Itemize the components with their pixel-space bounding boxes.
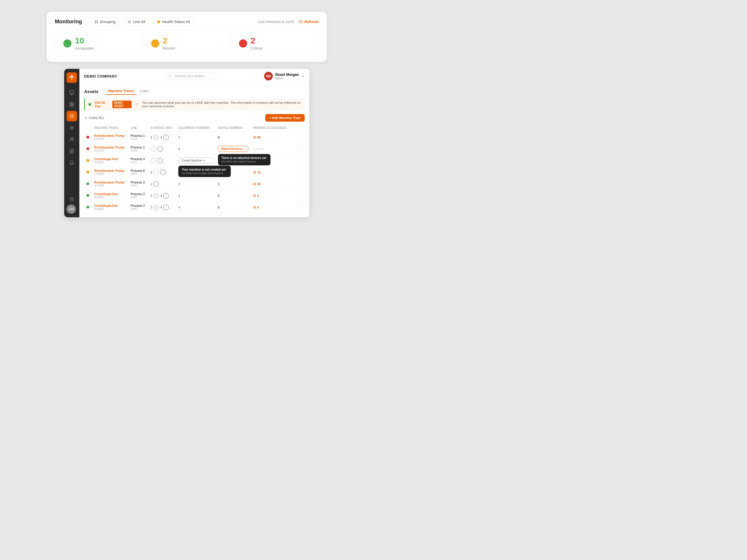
table-row: Centrifugal Fan #34683 Process 2 #345 3 bbox=[84, 202, 305, 213]
sidebar-icon-reports[interactable] bbox=[67, 146, 77, 156]
machine-id: #34683 bbox=[94, 207, 126, 211]
svg-rect-5 bbox=[128, 22, 131, 22]
refresh-button[interactable]: Refresh bbox=[299, 20, 319, 24]
machine-id: #34695 bbox=[94, 196, 126, 199]
add-machine-train-button[interactable]: + Add Machine Train bbox=[265, 114, 305, 122]
grouping-filter[interactable]: Grouping bbox=[90, 18, 120, 26]
svg-rect-9 bbox=[72, 102, 74, 104]
table-row: Rotodynamic Pump #24223 Process 1 #234 bbox=[84, 143, 305, 155]
status-indicator bbox=[86, 206, 89, 209]
status-indicator bbox=[86, 159, 89, 162]
svg-rect-4 bbox=[128, 21, 131, 21]
machine-id: #23456 bbox=[94, 161, 126, 164]
machine-name: Rotodynamic Pump bbox=[94, 169, 126, 172]
status-indicator bbox=[86, 194, 89, 197]
tab-lines[interactable]: Lines bbox=[137, 88, 151, 95]
table-wrap: ↕ MACHINE TRAIN ↕ LINE ↕ AI MODUL INFO E… bbox=[84, 125, 305, 213]
machine-name: Centrifugal Fan bbox=[94, 204, 126, 207]
machine-id: #24223 bbox=[94, 149, 126, 152]
sidebar-logo bbox=[67, 72, 77, 83]
page-content: Assets | Machine Trains Lines Kiln ID Fa… bbox=[79, 84, 309, 217]
main-content: DEMO COMPANY Search your assets... SM St… bbox=[79, 69, 309, 217]
col-line: LINE ↕ bbox=[128, 125, 148, 132]
attach-devices-button[interactable]: Attach Devices › bbox=[218, 146, 249, 152]
svg-rect-16 bbox=[70, 149, 74, 153]
acceptable-count: 10 bbox=[75, 36, 94, 46]
machine-id: #77665 bbox=[94, 184, 126, 187]
tab-machine-trains[interactable]: Machine Trains bbox=[105, 88, 136, 95]
lines-icon bbox=[84, 116, 87, 119]
topbar: DEMO COMPANY Search your assets... SM St… bbox=[79, 69, 309, 84]
lines-filter: Lines ALL bbox=[89, 116, 105, 120]
header-right: Last refreshed at 16:00 Refresh bbox=[258, 20, 319, 24]
col-machine-train: MACHINE TRAIN ↕ bbox=[92, 125, 128, 132]
more-options-button[interactable]: ⋮ bbox=[295, 181, 302, 187]
lines-row: Lines ALL + Add Machine Train bbox=[84, 114, 305, 122]
col-pending: PENDING OCCURANCE ↕ bbox=[251, 125, 292, 132]
monitoring-card: Monitoring Grouping Line All Health Stat… bbox=[47, 12, 327, 62]
company-name: DEMO COMPANY bbox=[84, 74, 117, 78]
last-refreshed: Last refreshed at 16:00 bbox=[258, 20, 294, 24]
sidebar-icon-assets[interactable] bbox=[67, 111, 77, 121]
monitoring-header: Monitoring Grouping Line All Health Stat… bbox=[55, 18, 319, 26]
critical-label: Critical bbox=[251, 46, 262, 50]
status-dot-green bbox=[63, 39, 72, 48]
more-options-button[interactable]: ⋮ bbox=[295, 134, 302, 140]
svg-point-13 bbox=[71, 127, 73, 129]
status-dot-red bbox=[239, 39, 247, 48]
col-ai-modul: AI MODUL INFO bbox=[148, 125, 176, 132]
svg-point-19 bbox=[169, 75, 171, 77]
svg-point-15 bbox=[72, 138, 74, 139]
sidebar-icon-notifications[interactable] bbox=[67, 158, 77, 168]
create-machine-button[interactable]: Create Machine ✎ bbox=[178, 158, 213, 164]
more-options-button[interactable]: ⋮ bbox=[295, 169, 302, 175]
user-role: Admin bbox=[275, 77, 299, 80]
chevron-down-icon bbox=[301, 74, 305, 78]
machine-trains-table: ↕ MACHINE TRAIN ↕ LINE ↕ AI MODUL INFO E… bbox=[84, 125, 305, 213]
more-options-button[interactable]: ⋮ bbox=[295, 146, 302, 152]
machine-name: Rotodynamic Pump bbox=[94, 134, 126, 137]
search-placeholder: Search your assets... bbox=[175, 74, 207, 78]
info-icon bbox=[135, 102, 138, 106]
machine-name: Rotodynamic Pump bbox=[94, 181, 126, 184]
more-options-button[interactable]: ⋮ bbox=[295, 193, 302, 198]
svg-point-14 bbox=[70, 138, 72, 139]
search-bar[interactable]: Search your assets... bbox=[164, 72, 217, 80]
col-device-num: DEVICE NUMBER ↕ bbox=[216, 125, 251, 132]
more-options-button[interactable]: ⋮ bbox=[295, 205, 302, 210]
sidebar-icon-grid[interactable] bbox=[67, 99, 77, 110]
health-status-filter[interactable]: Health Status All bbox=[153, 18, 194, 26]
table-row: Rotodynamic Pump #24234 Process 1 #234 3 bbox=[84, 132, 305, 143]
page-tabs: Assets | Machine Trains Lines bbox=[84, 88, 305, 95]
svg-rect-1 bbox=[97, 20, 98, 22]
monitor-count: 2 bbox=[163, 36, 175, 46]
table-row: Rotodynamic Pump #77665 Process 2 #345 1 bbox=[84, 178, 305, 190]
line-id: #234 bbox=[131, 137, 146, 140]
status-indicator bbox=[86, 182, 89, 185]
sidebar-avatar[interactable]: SM bbox=[67, 205, 76, 214]
machine-id: #24234 bbox=[94, 137, 126, 140]
demo-badge: DEMO ASSET bbox=[112, 101, 132, 108]
sidebar-icon-monitor[interactable] bbox=[67, 87, 77, 98]
sidebar-icon-settings[interactable] bbox=[67, 123, 77, 133]
more-options-button[interactable]: ⋮ bbox=[295, 158, 302, 163]
svg-rect-22 bbox=[84, 117, 87, 117]
sidebar-icon-help[interactable] bbox=[67, 194, 77, 205]
user-name: Stuart Morgan bbox=[275, 73, 299, 77]
svg-rect-0 bbox=[95, 20, 96, 22]
svg-rect-24 bbox=[84, 119, 87, 119]
machine-name: Centrifugal Fan bbox=[94, 157, 126, 161]
svg-rect-23 bbox=[84, 117, 87, 118]
line-filter[interactable]: Line All bbox=[123, 18, 149, 26]
svg-rect-6 bbox=[128, 23, 131, 23]
monitoring-stats: 10 Acceptable 2 Monitor 2 Critical bbox=[55, 31, 319, 56]
svg-rect-3 bbox=[97, 22, 98, 23]
sidebar-icon-users[interactable] bbox=[67, 134, 77, 145]
sidebar: SM bbox=[64, 69, 79, 217]
monitor-label: Monitor bbox=[163, 46, 175, 50]
machine-name: Centrifugal Fan bbox=[94, 192, 126, 196]
stat-monitor: 2 Monitor bbox=[143, 31, 231, 56]
machine-name: Rotodynamic Pump bbox=[94, 145, 126, 149]
table-row: Centrifugal Fan #34695 Process 2 #345 3 bbox=[84, 190, 305, 202]
machine-id: #23452 bbox=[94, 172, 126, 176]
